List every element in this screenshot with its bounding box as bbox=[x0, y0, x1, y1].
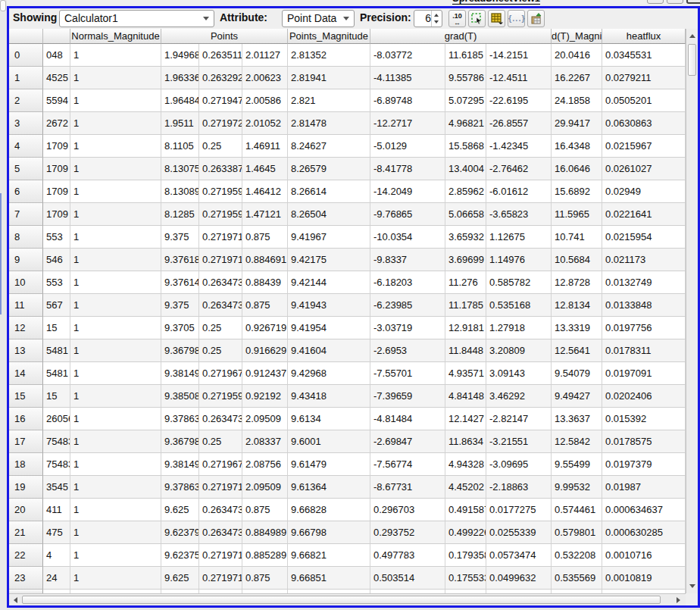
data-cell[interactable]: 9.41954 bbox=[288, 317, 370, 339]
data-cell[interactable]: -8.67731 bbox=[370, 476, 445, 499]
data-cell[interactable]: 0.884989 bbox=[242, 521, 288, 544]
data-cell[interactable]: 13.3319 bbox=[552, 317, 602, 339]
data-cell[interactable]: 11.5965 bbox=[552, 203, 602, 226]
data-cell[interactable]: 4 bbox=[43, 544, 70, 567]
data-cell[interactable]: 2.81941 bbox=[288, 67, 370, 89]
data-cell[interactable]: 475 bbox=[43, 521, 70, 544]
data-cell[interactable]: 0.535569 bbox=[552, 567, 602, 590]
data-cell[interactable]: 75483 bbox=[43, 453, 70, 476]
data-cell[interactable]: 1709 bbox=[43, 158, 70, 180]
data-cell[interactable]: -12.4511 bbox=[486, 67, 552, 89]
data-cell[interactable]: -7.39659 bbox=[370, 385, 445, 408]
row-header-cell[interactable]: 6 bbox=[9, 180, 43, 203]
data-cell[interactable]: 9.38149 bbox=[161, 453, 199, 476]
data-cell[interactable]: 9.66798 bbox=[288, 521, 370, 544]
data-cell[interactable]: 1.27918 bbox=[486, 317, 552, 339]
data-cell[interactable]: 8.1285 bbox=[161, 203, 199, 226]
data-cell[interactable]: 0.271971 bbox=[199, 544, 242, 567]
data-cell[interactable]: -2.82147 bbox=[486, 408, 552, 430]
data-cell[interactable]: 1.46412 bbox=[242, 180, 288, 203]
data-cell[interactable]: 11.6185 bbox=[445, 44, 486, 67]
data-cell[interactable]: -5.0129 bbox=[370, 135, 445, 158]
data-cell[interactable]: 0.021173 bbox=[602, 249, 686, 271]
data-cell[interactable]: 0.263473 bbox=[199, 408, 242, 430]
data-cell[interactable]: -10.0354 bbox=[370, 226, 445, 249]
column-header-grad-t[interactable]: grad(T) bbox=[370, 29, 552, 44]
data-cell[interactable]: 9.3705 bbox=[161, 317, 199, 339]
data-cell[interactable]: 0.25 bbox=[199, 317, 242, 339]
data-cell[interactable]: 0.579801 bbox=[552, 521, 602, 544]
row-header-cell[interactable]: 18 bbox=[9, 453, 43, 476]
scroll-up-button[interactable] bbox=[686, 30, 698, 42]
data-cell[interactable]: 1 bbox=[70, 385, 161, 408]
data-cell[interactable]: 2.08337 bbox=[242, 430, 288, 453]
data-cell[interactable]: 12.1427 bbox=[445, 408, 486, 430]
data-cell[interactable]: 0.0010819 bbox=[602, 567, 686, 590]
column-header-points[interactable]: Points bbox=[161, 29, 288, 44]
data-cell[interactable]: 0.0132749 bbox=[602, 271, 686, 294]
data-cell[interactable]: 9.37614 bbox=[161, 271, 199, 294]
data-cell[interactable]: 8.1105 bbox=[161, 135, 199, 158]
edit-expression-button[interactable]: {...} bbox=[508, 10, 525, 27]
data-cell[interactable]: 0.0177275 bbox=[486, 499, 552, 521]
data-cell[interactable]: 15.6892 bbox=[552, 180, 602, 203]
data-cell[interactable]: 0.000630285 bbox=[602, 521, 686, 544]
data-cell[interactable]: 1 bbox=[70, 453, 161, 476]
data-cell[interactable]: 9.375 bbox=[161, 226, 199, 249]
data-cell[interactable]: -4.11385 bbox=[370, 67, 445, 89]
data-cell[interactable]: 9.36798 bbox=[161, 339, 199, 362]
data-cell[interactable]: 0.25 bbox=[199, 430, 242, 453]
data-cell[interactable]: -1.42345 bbox=[486, 135, 552, 158]
data-cell[interactable]: 1 bbox=[70, 135, 161, 158]
data-cell[interactable]: 5481 bbox=[43, 362, 70, 385]
data-cell[interactable]: 1.47121 bbox=[242, 203, 288, 226]
data-cell[interactable]: 0.916629 bbox=[242, 339, 288, 362]
data-cell[interactable]: 9.43418 bbox=[288, 385, 370, 408]
data-cell[interactable]: 16.2267 bbox=[552, 67, 602, 89]
data-cell[interactable]: 0.497783 bbox=[370, 544, 445, 567]
data-cell[interactable]: 0.875 bbox=[242, 226, 288, 249]
data-cell[interactable]: 9.37863 bbox=[161, 408, 199, 430]
data-cell[interactable]: 0.92192 bbox=[242, 385, 288, 408]
data-cell[interactable]: 5.07295 bbox=[445, 89, 486, 112]
scroll-right-button[interactable] bbox=[673, 594, 684, 605]
data-cell[interactable]: 1 bbox=[70, 89, 161, 112]
data-cell[interactable]: 2.09509 bbox=[242, 408, 288, 430]
data-cell[interactable]: 12.5641 bbox=[552, 339, 602, 362]
data-cell[interactable]: 13.3637 bbox=[552, 408, 602, 430]
data-cell[interactable]: 16.0646 bbox=[552, 158, 602, 180]
scroll-left-button[interactable] bbox=[10, 594, 21, 605]
data-cell[interactable]: 1 bbox=[70, 158, 161, 180]
data-cell[interactable]: 9.625 bbox=[161, 499, 199, 521]
data-cell[interactable]: 9.99532 bbox=[552, 476, 602, 499]
data-cell[interactable]: 9.36798 bbox=[161, 430, 199, 453]
view-header-button-3[interactable] bbox=[686, 0, 700, 4]
data-cell[interactable]: 0.263511 bbox=[199, 44, 242, 67]
data-cell[interactable]: 0.293752 bbox=[370, 521, 445, 544]
data-cell[interactable]: -2.18863 bbox=[486, 476, 552, 499]
data-cell[interactable]: 0.179358 bbox=[445, 544, 486, 567]
data-cell[interactable]: 0.263473 bbox=[199, 521, 242, 544]
data-cell[interactable]: 0.0202406 bbox=[602, 385, 686, 408]
data-cell[interactable]: 553 bbox=[43, 226, 70, 249]
data-cell[interactable]: 0.263473 bbox=[199, 499, 242, 521]
data-cell[interactable]: 9.55499 bbox=[552, 453, 602, 476]
data-cell[interactable]: 1 bbox=[70, 317, 161, 339]
data-cell[interactable]: -6.23985 bbox=[370, 294, 445, 317]
row-header-cell[interactable]: 1 bbox=[9, 67, 43, 89]
data-cell[interactable]: 20.0416 bbox=[552, 44, 602, 67]
data-cell[interactable]: -9.76865 bbox=[370, 203, 445, 226]
data-cell[interactable]: -6.01612 bbox=[486, 180, 552, 203]
data-cell[interactable]: 0.271971 bbox=[199, 567, 242, 590]
data-cell[interactable]: -6.18203 bbox=[370, 271, 445, 294]
data-cell[interactable]: 048 bbox=[43, 44, 70, 67]
data-cell[interactable]: 10.5684 bbox=[552, 249, 602, 271]
row-header-cell[interactable]: 11 bbox=[9, 294, 43, 317]
data-cell[interactable]: 0.503514 bbox=[370, 567, 445, 590]
data-cell[interactable]: 0.25 bbox=[199, 135, 242, 158]
data-cell[interactable]: -7.55701 bbox=[370, 362, 445, 385]
data-cell[interactable]: 1 bbox=[70, 362, 161, 385]
data-cell[interactable]: 24 bbox=[43, 567, 70, 590]
data-cell[interactable]: 1 bbox=[70, 294, 161, 317]
data-cell[interactable]: 9.6001 bbox=[288, 430, 370, 453]
